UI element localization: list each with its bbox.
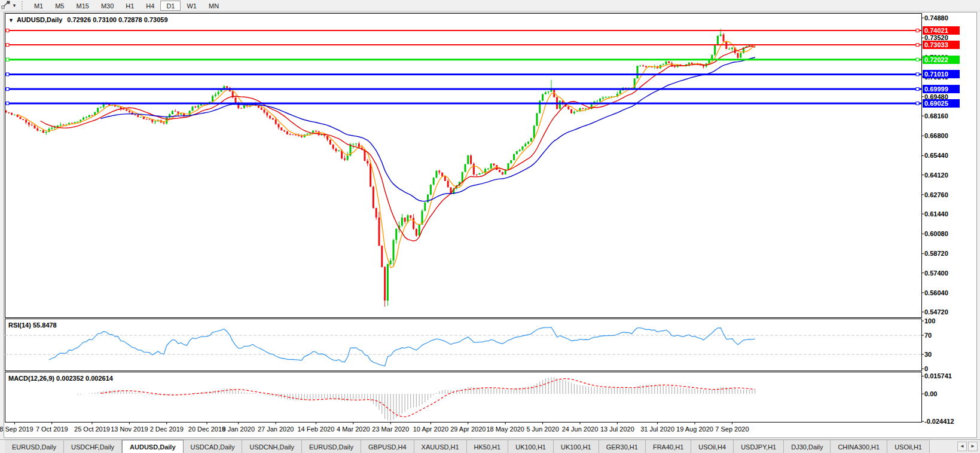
chart-legend: ▼AUDUSD,Daily0.72926 0.73100 0.72878 0.7…	[8, 16, 168, 23]
triangle-down-icon[interactable]: ▼	[8, 17, 14, 23]
price-line-label-0.71010: 0.71010	[923, 70, 960, 78]
date-tick-label: 25 Oct 2019	[74, 426, 110, 433]
tab-uk100-h1[interactable]: UK100,H1	[554, 440, 599, 453]
macd-layer	[78, 377, 755, 421]
tab-usdchf-daily[interactable]: USDCHF,Daily	[64, 440, 122, 453]
tab-scroll-left-button[interactable]: ◄	[957, 442, 967, 451]
date-tick-label: 7 Sep 2020	[715, 426, 749, 433]
price-line-label-0.72022: 0.72022	[923, 56, 960, 64]
date-tick-label: 27 Jan 2020	[258, 426, 294, 433]
rsi-axis-label: 100	[924, 317, 935, 325]
tab-usdcnh-daily[interactable]: USDCNH,Daily	[242, 440, 302, 453]
tab-dj30-daily[interactable]: DJ30,Daily	[784, 440, 831, 453]
date-tick-label: 14 Feb 2020	[298, 426, 335, 433]
date-tick-label: 20 Dec 2019	[188, 426, 225, 433]
date-tick-label: 4 Mar 2020	[337, 426, 370, 433]
date-tick-label: 24 Jun 2020	[562, 426, 599, 433]
macd-values: 0.002352 0.002614	[56, 375, 113, 382]
date-tick-label: 7 Oct 2019	[36, 426, 68, 433]
tab-scrollers: ◄►	[955, 440, 980, 453]
macd-legend: MACD(12,26,9) 0.002352 0.002614	[8, 375, 113, 382]
price-tick-label: 0.58720	[924, 250, 948, 257]
price-tick-label: 0.65440	[924, 152, 948, 159]
price-tick-label: 0.66800	[924, 132, 948, 139]
date-tick-label: 13 Jul 2020	[600, 426, 634, 433]
price-tick-label: 0.57400	[924, 270, 948, 277]
macd-histogram	[78, 377, 755, 421]
rsi-label: RSI(14)	[8, 322, 31, 329]
tab-usoil-h1[interactable]: USOil,H1	[887, 440, 930, 453]
rsi-axis-label: 30	[924, 351, 932, 358]
tab-hk50-h1[interactable]: HK50,H1	[467, 440, 509, 453]
tab-scroll-right-button[interactable]: ►	[968, 442, 978, 451]
price-tick-label: 0.60080	[924, 230, 948, 237]
tab-uk100-h1[interactable]: UK100,H1	[508, 440, 554, 453]
ohlc-values: 0.72926 0.73100 0.72878 0.73059	[67, 16, 167, 23]
rsi-axis-label: 70	[924, 332, 932, 339]
rsi-line	[49, 327, 755, 366]
tab-china300-h1[interactable]: CHINA300,H1	[831, 440, 887, 453]
chart-canvas[interactable]	[0, 0, 980, 453]
date-tick-label: 2 Dec 2019	[150, 426, 184, 433]
price-tick-label: 0.54720	[924, 308, 948, 316]
price-tick-label: 0.62760	[924, 191, 948, 198]
date-tick-label: 31 Jul 2020	[640, 426, 674, 433]
price-tick-label: 0.74880	[924, 14, 948, 22]
tab-fra40-h1[interactable]: FRA40,H1	[646, 440, 691, 453]
price-line-label-0.74021: 0.74021	[923, 26, 960, 35]
tab-ger30-h1[interactable]: GER30,H1	[599, 440, 646, 453]
ma-slow-line	[100, 57, 755, 201]
horizontal-lines-layer[interactable]	[5, 29, 921, 105]
rsi-axis-label: 0	[924, 365, 928, 372]
macd-label: MACD(12,26,9)	[8, 375, 54, 382]
rsi-layer	[5, 327, 921, 366]
date-tick-label: 13 Nov 2019	[111, 426, 148, 433]
rsi-value: 55.8478	[33, 322, 57, 329]
axis-ticks-layer	[14, 18, 924, 424]
ma-mid-line	[41, 47, 755, 241]
date-tick-label: 19 Aug 2020	[676, 426, 713, 433]
macd-axis-label: 0.00	[924, 390, 937, 397]
candles-layer	[5, 29, 756, 307]
price-line-label-0.69999: 0.69999	[923, 85, 960, 93]
tab-eurusd-daily[interactable]: EURUSD,Daily	[5, 440, 64, 453]
macd-axis-label: -0.024412	[924, 418, 954, 425]
macd-axis-label: 0.015741	[924, 372, 952, 379]
date-tick-label: 23 Mar 2020	[372, 426, 409, 433]
tab-usoil-h4[interactable]: USOil,H4	[691, 440, 734, 453]
rsi-legend: RSI(14) 55.8478	[8, 322, 57, 329]
price-tick-label: 0.68160	[924, 112, 948, 120]
price-tick-label: 0.64120	[924, 172, 948, 179]
tab-usdjpy-h1[interactable]: USDJPY,H1	[734, 440, 784, 453]
tab-eurusd-daily[interactable]: EURUSD,Daily	[302, 440, 361, 453]
symbol-title: AUDUSD,Daily	[17, 16, 62, 23]
price-tick-label: 0.56040	[924, 289, 948, 296]
date-tick-label: 18 Sep 2019	[0, 426, 33, 433]
chart-tab-bar: EURUSD,DailyUSDCHF,DailyAUDUSD,DailyUSDC…	[0, 439, 980, 453]
price-line-label-0.69025: 0.69025	[923, 99, 960, 108]
price-line-label-0.73033: 0.73033	[923, 41, 960, 49]
date-tick-label: 10 Apr 2020	[413, 426, 448, 433]
date-tick-label: 8 Jan 2020	[222, 426, 255, 433]
tab-audusd-daily[interactable]: AUDUSD,Daily	[122, 440, 183, 453]
tab-xauusd-h1[interactable]: XAUUSD,H1	[414, 440, 467, 453]
tab-usdcad-daily[interactable]: USDCAD,Daily	[184, 440, 243, 453]
date-tick-label: 29 Apr 2020	[450, 426, 486, 433]
price-tick-label: 0.61440	[924, 210, 948, 218]
date-tick-label: 18 May 2020	[486, 426, 524, 433]
date-tick-label: 5 Jun 2020	[526, 426, 558, 433]
tab-gbpusd-h4[interactable]: GBPUSD,H4	[361, 440, 414, 453]
